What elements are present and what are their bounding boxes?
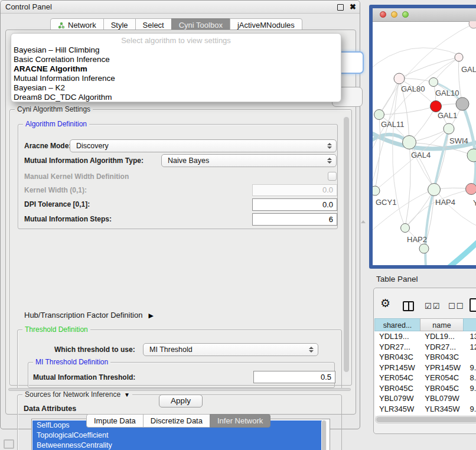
attribute-item[interactable]: TopologicalCoefficient — [32, 431, 322, 441]
column-header[interactable]: shared... — [374, 318, 420, 331]
network-node-top-arc[interactable] — [469, 21, 476, 28]
network-node-swi4[interactable] — [444, 123, 454, 134]
columns-icon[interactable] — [403, 301, 414, 311]
tab-discretize-data[interactable]: Discretize Data — [143, 414, 210, 428]
zoom-traffic-light[interactable] — [402, 11, 409, 18]
table-row[interactable]: YBR045CYBR045C9. — [375, 383, 476, 394]
export-file-icon[interactable] — [470, 298, 476, 312]
table-row[interactable]: YER054CYER054C8. — [375, 373, 476, 383]
which-threshold-select[interactable]: MI Threshold — [143, 343, 318, 356]
table-cell: YBR043C — [420, 352, 464, 363]
table-cell: YBR045C — [420, 383, 464, 394]
network-canvas[interactable]: GALGAL80GAL10GAL1GAL11SWI4GAL4GCY1HAP4YH… — [373, 21, 476, 265]
network-node-label: Y — [473, 198, 476, 207]
group-title: Algorithm Definition — [23, 120, 89, 128]
close-traffic-light[interactable] — [380, 11, 386, 18]
network-node-gal4[interactable] — [403, 136, 416, 149]
network-edge — [399, 57, 459, 79]
network-node-gal1[interactable] — [431, 101, 442, 112]
table-cell: YBR043C — [375, 352, 420, 363]
table-cell: YDR27... — [420, 342, 464, 353]
table-cell: YPR145W — [420, 363, 464, 373]
algorithm-option[interactable]: Dream8 DC_TDC Algorithm — [11, 93, 341, 102]
table-cell: YBR045C — [375, 383, 420, 394]
network-node-bottom-green[interactable] — [419, 244, 429, 253]
network-edge — [433, 57, 459, 82]
float-panel-icon[interactable] — [337, 4, 344, 11]
dock-panel-icon[interactable] — [4, 439, 14, 449]
group-title: Cyni Algorithm Settings — [15, 105, 93, 113]
table-horizontal-scrollbar[interactable] — [375, 416, 476, 423]
attribute-item[interactable]: BetweennessCentrality — [32, 441, 322, 450]
network-icon — [58, 22, 65, 29]
mi-algorithm-type-select[interactable]: Naive Bayes — [161, 154, 337, 167]
table-cell: 9. — [464, 363, 476, 373]
table-cell: YPR145W — [375, 363, 420, 373]
network-node-gray[interactable] — [456, 97, 469, 110]
table-row[interactable]: YDR27...YDR27...12 — [375, 342, 476, 353]
column-header[interactable]: name — [420, 318, 464, 331]
algorithm-option[interactable]: ARACNE Algorithm — [11, 64, 341, 74]
dpi-tolerance-field[interactable]: 0.0 — [252, 198, 337, 211]
attributes-scrollbar[interactable] — [321, 420, 327, 450]
settings-scrollbar[interactable] — [343, 116, 350, 378]
close-icon[interactable]: ✖ — [350, 2, 356, 12]
which-threshold-label: Which threshold to use: — [54, 345, 135, 354]
network-node-top-pink[interactable] — [455, 53, 463, 61]
table-cell — [464, 393, 476, 404]
splitter-handle[interactable] — [8, 388, 351, 391]
table-body: YDL19...YDL19...13YDR27...YDR27...12YBR0… — [375, 331, 476, 416]
algorithm-option[interactable]: Bayesian – Hill Climbing — [11, 45, 341, 55]
column-header[interactable]: A — [463, 318, 476, 331]
table-row[interactable]: YBL079WYBL079W — [375, 393, 476, 404]
network-node-gal11[interactable] — [374, 110, 384, 120]
algorithm-option[interactable]: Bayesian – K2 — [11, 83, 341, 93]
tab-infer-network[interactable]: Infer Network — [210, 414, 270, 428]
network-view-window[interactable]: GALGAL80GAL10GAL1GAL11SWI4GAL4GCY1HAP4YH… — [369, 5, 476, 269]
aracne-mode-select[interactable]: Discovery — [70, 139, 337, 152]
network-node-hap4[interactable] — [428, 184, 441, 196]
network-window-titlebar[interactable] — [373, 8, 476, 22]
algorithm-option[interactable]: Mutual Information Inference — [11, 74, 341, 83]
network-node-ypink[interactable] — [466, 184, 476, 195]
network-node-hap2[interactable] — [401, 224, 410, 233]
table-cell: YBL079W — [420, 393, 464, 404]
table-row[interactable]: YDL19...YDL19...13 — [375, 331, 476, 342]
kernel-width-field: 0.0 — [252, 184, 337, 196]
network-node-right-green[interactable] — [467, 149, 476, 162]
hub-tf-definition-section[interactable]: Hub/Transcription Factor Definition▶ — [24, 311, 154, 319]
table-cell: 13 — [464, 331, 476, 342]
select-all-columns-icon[interactable]: ☑☑ — [425, 302, 441, 311]
desktop: { "panel": { "title": "Control Panel" },… — [0, 0, 476, 450]
panel-resize-arrow-icon[interactable] — [361, 220, 366, 223]
network-node-label: GCY1 — [376, 198, 396, 207]
network-edge — [449, 237, 476, 265]
tab-label: Style — [111, 20, 128, 30]
tab-label: jActiveMNodules — [237, 20, 295, 30]
group-title: MI Threshold Definition — [33, 358, 110, 366]
table-cell: YLR345W — [375, 404, 420, 415]
collapse-down-icon[interactable]: ▼ — [124, 392, 130, 398]
combo-arrows-icon — [327, 143, 332, 149]
table-row[interactable]: YBR043CYBR043C — [375, 352, 476, 363]
network-node-gal80[interactable] — [394, 73, 405, 84]
dropdown-placeholder: Select algorithm to view settings — [11, 35, 341, 45]
network-node-label: GAL10 — [435, 89, 459, 97]
tab-impute-data[interactable]: Impute Data — [86, 414, 144, 428]
gear-icon[interactable]: ⚙ — [380, 298, 390, 309]
minimize-traffic-light[interactable] — [391, 11, 397, 18]
network-node-label: HAP4 — [435, 198, 455, 207]
mi-threshold-field[interactable]: 0.5 — [253, 371, 335, 383]
manual-kernel-checkbox[interactable] — [328, 172, 337, 181]
network-node-gal10[interactable] — [429, 78, 438, 87]
control-panel-title: Control Panel — [1, 1, 360, 14]
table-row[interactable]: YPR145WYPR145W9. — [375, 363, 476, 373]
table-row[interactable]: YLR345WYLR345W9. — [375, 404, 476, 415]
deselect-all-columns-icon[interactable]: ☐☐ — [448, 302, 464, 311]
table-cell: 9. — [464, 404, 476, 415]
apply-button[interactable]: Apply — [159, 394, 203, 407]
mi-steps-field[interactable]: 6 — [252, 213, 337, 226]
hub-tf-label: Hub/Transcription Factor Definition — [24, 311, 142, 319]
network-node-gcy1[interactable] — [373, 186, 380, 195]
algorithm-option[interactable]: Basic Correlation Inference — [11, 55, 341, 64]
